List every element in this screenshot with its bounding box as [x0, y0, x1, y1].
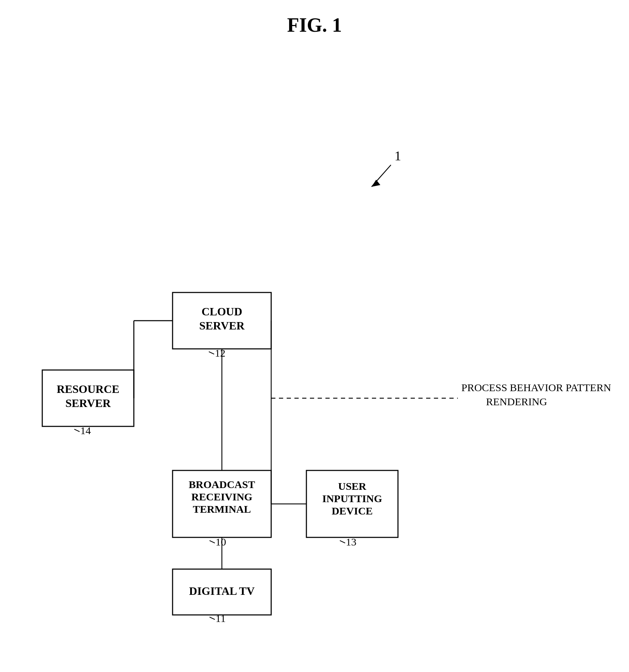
resource-server-label-1: RESOURCE: [57, 383, 119, 395]
svg-line-5: [210, 617, 215, 619]
svg-line-4: [340, 541, 345, 543]
user-device-label-2: INPUTTING: [322, 493, 382, 504]
broadcast-label-1: BROADCAST: [189, 479, 255, 490]
svg-line-2: [74, 429, 80, 432]
broadcast-label-2: RECEIVING: [191, 491, 252, 503]
digital-tv-label: DIGITAL TV: [189, 585, 255, 597]
svg-line-3: [210, 541, 215, 543]
cloud-server-ref: 12: [215, 347, 225, 359]
user-device-ref: 13: [346, 536, 356, 548]
annotation-line1: PROCESS BEHAVIOR PATTERN: [461, 382, 611, 393]
arrow-icon: [372, 180, 380, 187]
user-device-label-1: USER: [338, 480, 366, 492]
ref-number-1: 1: [394, 148, 401, 163]
annotation-line2: RENDERING: [486, 396, 547, 407]
figure-title: FIG. 1: [287, 14, 342, 36]
svg-line-1: [209, 352, 214, 354]
cloud-server-label-1: CLOUD: [201, 305, 242, 318]
digital-tv-ref: 11: [216, 612, 226, 624]
cloud-server-label-2: SERVER: [199, 319, 245, 332]
broadcast-ref: 10: [216, 536, 226, 548]
resource-server-label-2: SERVER: [66, 397, 111, 409]
broadcast-label-3: TERMINAL: [193, 503, 251, 515]
resource-server-ref: 14: [80, 425, 91, 436]
user-device-label-3: DEVICE: [332, 505, 373, 517]
